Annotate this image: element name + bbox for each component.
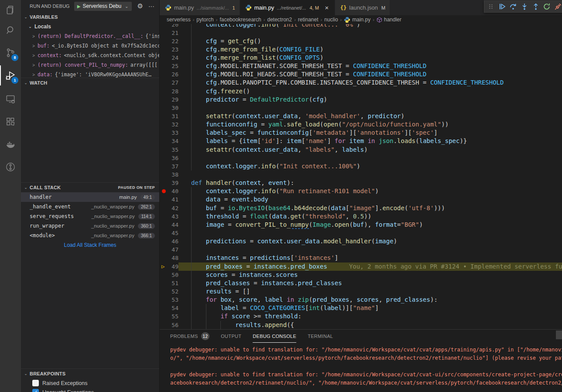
code-line-content[interactable]: if score >= threshold: — [178, 312, 562, 320]
variables-header[interactable]: ⌄ VARIABLES — [21, 12, 159, 22]
code-line-content[interactable]: functionconfig = yaml.safe_load(open("/o… — [178, 120, 562, 129]
line-number[interactable]: 20 — [169, 24, 178, 29]
expand-chevron-icon[interactable]: > — [32, 44, 38, 48]
code-line[interactable]: 47 — [160, 245, 562, 254]
tab-main.py[interactable]: main.py.../retinanet/...4, M× — [240, 0, 335, 15]
code-line-content[interactable]: label = COCO_CATEGORIES[int(label)]["nam… — [178, 304, 562, 312]
expand-chevron-icon[interactable]: > — [32, 63, 38, 68]
gutter-glyph-margin[interactable] — [160, 296, 169, 304]
code-line[interactable]: 35setattr(context.user_data, "labels", l… — [160, 146, 562, 154]
code-line[interactable]: 51pred_classes = instances.pred_classes — [160, 279, 562, 287]
call-stack-frame[interactable]: <module>_nuclio_wrapper.py366:1 — [21, 231, 159, 240]
line-number[interactable]: 39 — [169, 179, 178, 187]
variable-row[interactable]: >(return) convert_PIL_to_numpy:array([[[… — [21, 60, 159, 70]
code-line-content[interactable]: for box, score, label in zip(pred_boxes,… — [178, 296, 562, 304]
code-line[interactable]: 50scores = instances.scores — [160, 271, 562, 279]
step-into-button[interactable] — [519, 1, 530, 12]
breadcrumb-item-facebookresearch[interactable]: facebookresearch — [219, 17, 261, 23]
gutter-glyph-margin[interactable] — [160, 279, 169, 287]
code-line[interactable]: 38 — [160, 170, 562, 179]
code-line-content[interactable] — [178, 170, 562, 179]
activity-item-search[interactable] — [0, 20, 21, 40]
breakpoint-checkbox[interactable]: ✓ — [32, 389, 39, 392]
code-line[interactable]: 21 — [160, 29, 562, 37]
gutter-glyph-margin[interactable] — [160, 162, 169, 170]
code-line[interactable]: 31setattr(context.user_data, 'model_hand… — [160, 112, 562, 120]
line-number[interactable]: 36 — [169, 154, 178, 162]
step-out-button[interactable] — [530, 1, 541, 12]
gutter-glyph-margin[interactable] — [160, 62, 169, 70]
expand-chevron-icon[interactable]: > — [32, 34, 38, 39]
code-line[interactable]: 42buf = io.BytesIO(base64.b64decode(data… — [160, 204, 562, 212]
activity-item-docker[interactable] — [0, 134, 21, 154]
gutter-glyph-margin[interactable] — [160, 312, 169, 320]
line-number[interactable]: 40 — [169, 187, 178, 195]
line-number[interactable]: 42 — [169, 204, 178, 212]
code-line-content[interactable]: cfg.freeze() — [178, 87, 562, 95]
gutter-glyph-margin[interactable] — [160, 146, 169, 154]
call-stack-header[interactable]: ⌄ CALL STACK PAUSED ON STEP — [21, 183, 159, 192]
gutter-glyph-margin[interactable] — [160, 137, 169, 145]
watch-header[interactable]: ⌄ WATCH — [21, 78, 159, 88]
breakpoint-checkbox[interactable] — [32, 380, 39, 386]
code-line[interactable]: 46predictions = context.user_data.model_… — [160, 237, 562, 245]
code-line[interactable]: 55if score >= threshold: — [160, 312, 562, 320]
tab-launch.json[interactable]: {}launch.jsonM — [335, 0, 390, 15]
line-number[interactable]: 31 — [169, 112, 178, 120]
gutter-glyph-margin[interactable] — [160, 179, 169, 187]
line-number[interactable]: 37 — [169, 162, 178, 170]
load-all-stack-frames-link[interactable]: Load All Stack Frames — [21, 240, 159, 250]
code-line-content[interactable]: cfg = get_cfg() — [178, 37, 562, 45]
gutter-glyph-margin[interactable] — [160, 120, 169, 129]
code-line[interactable]: 53for box, score, label in zip(pred_boxe… — [160, 296, 562, 304]
close-icon[interactable]: × — [323, 4, 330, 11]
code-line[interactable]: 43threshold = float(data.get("threshold"… — [160, 212, 562, 221]
gutter-glyph-margin[interactable] — [160, 304, 169, 312]
activity-item-run-and-debug[interactable]: 1 — [0, 65, 21, 85]
code-line-content[interactable]: cfg.merge_from_list(CONFIG_OPTS) — [178, 54, 562, 62]
gutter-glyph-margin[interactable] — [160, 95, 169, 104]
panel-tab-terminal[interactable]: TERMINAL — [308, 330, 333, 343]
code-line-content[interactable]: setattr(context.user_data, "labels", lab… — [178, 146, 562, 154]
line-number[interactable]: 23 — [169, 45, 178, 54]
line-number[interactable]: 43 — [169, 212, 178, 221]
gutter-glyph-margin[interactable] — [160, 87, 169, 95]
code-line-content[interactable]: pred_boxes = instances.pred_boxesYou, 2 … — [178, 262, 562, 271]
code-line[interactable]: 56results.append({ — [160, 321, 562, 329]
line-number[interactable]: 38 — [169, 170, 178, 179]
code-line-content[interactable] — [178, 104, 562, 112]
code-line-content[interactable] — [178, 29, 562, 37]
code-line[interactable]: 45 — [160, 229, 562, 237]
code-line-content[interactable]: results = [] — [178, 287, 562, 296]
panel-tab-output[interactable]: OUTPUT — [221, 330, 241, 343]
expand-chevron-icon[interactable]: > — [32, 72, 38, 77]
gutter-glyph-margin[interactable] — [160, 45, 169, 54]
line-number[interactable]: 21 — [169, 29, 178, 37]
gutter-glyph-margin[interactable] — [160, 254, 169, 262]
breakpoint-icon[interactable] — [162, 189, 166, 193]
panel-tab-debug-console[interactable]: DEBUG CONSOLE — [253, 330, 296, 343]
code-line[interactable]: 28cfg.freeze() — [160, 87, 562, 95]
line-number[interactable]: 33 — [169, 129, 178, 137]
line-number[interactable]: 56 — [169, 321, 178, 329]
code-line-content[interactable] — [178, 245, 562, 254]
gutter-glyph-margin[interactable] — [160, 70, 169, 78]
gutter-glyph-margin[interactable] — [160, 229, 169, 237]
code-line-content[interactable]: cfg.merge_from_file(CONFIG_FILE) — [178, 45, 562, 54]
code-line-content[interactable]: pred_classes = instances.pred_classes — [178, 279, 562, 287]
disconnect-button[interactable] — [552, 1, 562, 12]
continue-button[interactable] — [497, 1, 508, 12]
gutter-glyph-margin[interactable] — [160, 154, 169, 162]
line-number[interactable]: 24 — [169, 54, 178, 62]
line-number[interactable]: 50 — [169, 271, 178, 279]
line-number[interactable]: 53 — [169, 296, 178, 304]
line-number[interactable]: 45 — [169, 229, 178, 237]
breadcrumb-item-retinanet[interactable]: retinanet — [298, 17, 319, 23]
tab-main.py[interactable]: main.py.../siammask/...1 — [160, 0, 240, 15]
code-line[interactable]: 23cfg.merge_from_file(CONFIG_FILE) — [160, 45, 562, 54]
code-line-content[interactable]: def handler(context, event): — [178, 179, 562, 187]
gutter-glyph-margin[interactable] — [160, 104, 169, 112]
code-line[interactable]: 33labels_spec = functionconfig['metadata… — [160, 129, 562, 137]
code-line-content[interactable]: setattr(context.user_data, 'model_handle… — [178, 112, 562, 120]
gutter-glyph-margin[interactable] — [160, 170, 169, 179]
